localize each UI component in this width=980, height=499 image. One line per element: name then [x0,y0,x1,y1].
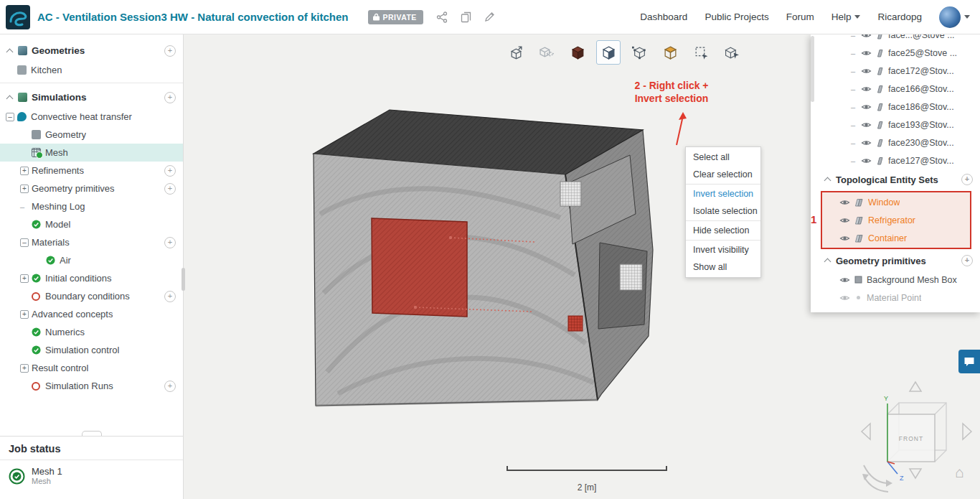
panel-scrollbar[interactable] [811,36,814,102]
box-select-button[interactable] [689,40,713,65]
eye-icon[interactable] [839,294,850,302]
add-geometry-button[interactable]: + [164,45,176,57]
sidebar-item-simulation-control[interactable]: Simulation control [0,341,183,359]
add-entity-set-button[interactable]: + [961,174,973,185]
nav-public-projects[interactable]: Public Projects [705,11,768,22]
menu-item-invert-visibility[interactable]: Invert visibility [686,241,760,258]
expand-icon[interactable]: + [20,167,29,175]
selected-face-window[interactable] [372,218,467,317]
caret-expanded-icon[interactable] [6,95,14,102]
sidebar-item-simulation-runs[interactable]: Simulation Runs + [0,377,183,395]
expand-icon[interactable]: + [20,310,29,319]
simscale-logo-icon[interactable] [6,5,30,29]
menu-item-hide-selection[interactable]: Hide selection [686,222,760,239]
collapse-icon[interactable]: – [6,113,14,121]
nav-dashboard[interactable]: Dashboard [640,11,687,22]
expand-icon[interactable]: + [20,364,29,373]
eye-icon[interactable] [839,217,850,224]
eye-icon[interactable] [861,157,872,164]
rotate-gesture-arrows[interactable] [864,465,888,492]
sidebar-resize-handle[interactable] [182,268,185,291]
eye-icon[interactable] [839,276,850,284]
caret-expanded-icon[interactable] [824,258,831,266]
tree-row-background-mesh-box[interactable]: Background Mesh Box [811,271,980,289]
sidebar-item-initial-conditions[interactable]: + Initial conditions [0,269,183,287]
pick-select-button[interactable] [720,40,744,65]
vertex-select-button[interactable] [627,40,651,65]
caret-expanded-icon[interactable] [824,177,831,185]
expand-icon[interactable]: + [20,274,29,283]
add-boundary-condition-button[interactable]: + [164,291,176,302]
chat-support-button[interactable] [958,350,980,373]
add-simulation-button[interactable]: + [164,92,176,103]
volume-select-button[interactable] [565,40,590,65]
share-icon[interactable] [436,11,448,23]
user-menu[interactable] [939,6,970,28]
menu-item-isolate-selection[interactable]: Isolate selection [686,202,760,220]
sidebar-item-materials[interactable]: – Materials + [0,233,183,251]
sidebar-item-convective-heat-transfer[interactable]: – Convective heat transfer [0,108,183,126]
geometry-primitives-header[interactable]: Geometry primitives + [811,251,980,271]
tree-row-face[interactable]: – face230@Stov... [811,134,980,151]
sidebar-item-boundary-conditions[interactable]: Boundary conditions + [0,287,183,305]
tree-row-material-point[interactable]: Material Point [811,289,980,307]
eye-icon[interactable] [861,139,872,146]
eye-icon[interactable] [861,67,872,75]
eye-icon[interactable] [861,85,872,93]
menu-item-clear-selection[interactable]: Clear selection [686,166,760,183]
eye-icon[interactable] [861,121,872,129]
sidebar-item-meshing-log[interactable]: – Meshing Log [0,197,183,215]
topological-entity-sets-header[interactable]: Topological Entity Sets + [811,169,980,190]
nav-username[interactable]: Ricardopg [877,11,922,22]
tree-row-window[interactable]: Window [822,193,970,211]
face-select-button[interactable] [596,40,621,65]
nav-forum[interactable]: Forum [786,11,814,22]
add-primitive-button[interactable]: + [961,255,973,266]
expand-icon[interactable]: + [20,185,29,193]
tree-row-face[interactable]: – face25@Stove ... [811,44,980,62]
sidebar-item-numerics[interactable]: Numerics [0,323,183,341]
sidebar-item-advanced-concepts[interactable]: + Advanced concepts [0,305,183,323]
collapse-icon[interactable]: – [20,238,29,247]
tree-row-refrigerator[interactable]: Refrigerator [822,211,970,229]
sidebar-item-geometry-primitives[interactable]: + Geometry primitives + [0,179,183,197]
home-view-icon[interactable]: ⌂ [955,464,964,481]
menu-item-show-all[interactable]: Show all [686,258,760,276]
eye-icon[interactable] [861,50,872,57]
eye-icon[interactable] [861,34,872,39]
tree-row-face[interactable]: – face172@Stov... [811,62,980,80]
sidebar-item-mesh[interactable]: Mesh [0,144,183,162]
tree-row-face[interactable]: – face186@Stov... [811,98,980,116]
tree-row-face[interactable]: – face166@Stov... [811,80,980,98]
add-refinement-button[interactable]: + [164,165,176,177]
eye-icon[interactable] [839,199,850,206]
sidebar-item-result-control[interactable]: + Result control [0,359,183,377]
caret-expanded-icon[interactable] [6,48,14,55]
rotate-left-arrow[interactable] [862,424,870,439]
hide-selection-button[interactable] [534,40,559,65]
sidebar-item-simulations[interactable]: Simulations + [0,87,183,108]
sidebar-item-air[interactable]: Air [0,251,183,269]
surface-select-button[interactable] [658,40,682,65]
sidebar-item-model[interactable]: Model [0,215,183,233]
add-primitive-button[interactable]: + [164,183,176,195]
nav-help[interactable]: Help [831,11,861,22]
add-material-button[interactable]: + [164,237,176,248]
kitchen-mesh-model[interactable] [314,110,653,406]
copy-icon[interactable] [461,11,471,23]
tree-row-container[interactable]: Container [822,229,970,247]
menu-item-select-all[interactable]: Select all [686,149,760,166]
sidebar-item-kitchen[interactable]: Kitchen [0,61,183,79]
sidebar-item-geometry[interactable]: Geometry [0,126,183,144]
selected-face-small[interactable] [568,316,583,331]
rotate-up-arrow[interactable] [910,382,921,391]
job-status-row[interactable]: Mesh 1 Mesh [0,460,183,492]
add-run-button[interactable]: + [164,381,176,392]
sidebar-item-geometries[interactable]: Geometries + [0,40,183,61]
sidebar-item-refinements[interactable]: + Refinements + [0,162,183,179]
tree-row-face[interactable]: – face127@Stov... [811,151,980,169]
fit-view-button[interactable] [504,40,528,65]
edit-icon[interactable] [484,11,495,22]
menu-item-invert-selection[interactable]: Invert selection [686,185,760,202]
tree-row-face[interactable]: – face193@Stov... [811,116,980,134]
